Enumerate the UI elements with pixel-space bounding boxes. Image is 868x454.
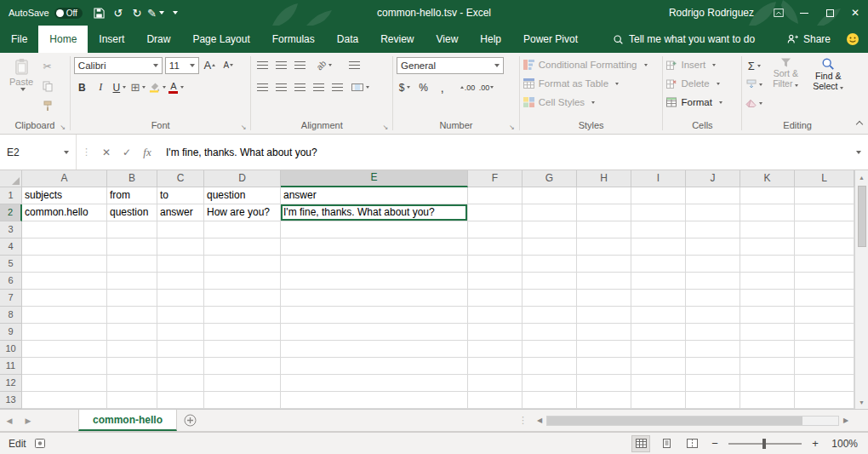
cell-H12[interactable] <box>577 375 631 392</box>
cell-A10[interactable] <box>22 341 107 358</box>
autosave-toggle[interactable]: AutoSave Off <box>0 8 91 19</box>
cell-K5[interactable] <box>740 256 795 273</box>
increase-indent-button[interactable] <box>329 79 345 96</box>
format-as-table-button[interactable]: Format as Table <box>523 74 660 93</box>
vscroll-thumb[interactable] <box>858 186 866 247</box>
find-select-button[interactable]: Find & Select <box>808 55 848 119</box>
cell-I1[interactable] <box>631 187 686 204</box>
cell-L8[interactable] <box>795 307 854 324</box>
cell-C13[interactable] <box>157 392 204 409</box>
column-header-G[interactable]: G <box>523 170 577 187</box>
cell-I4[interactable] <box>631 238 686 256</box>
normal-view-button[interactable] <box>631 435 650 452</box>
cell-K7[interactable] <box>740 290 795 307</box>
cell-I6[interactable] <box>631 273 686 290</box>
orientation-button[interactable]: ab <box>316 57 332 74</box>
cell-B1[interactable]: from <box>107 187 157 204</box>
cell-A9[interactable] <box>22 324 107 341</box>
cell-E6[interactable] <box>281 273 468 290</box>
cell-A3[interactable] <box>22 221 107 238</box>
align-right-button[interactable] <box>292 79 308 96</box>
cell-L5[interactable] <box>795 256 854 273</box>
insert-cells-button[interactable]: Insert <box>666 55 738 74</box>
cell-H10[interactable] <box>577 341 631 358</box>
cell-B4[interactable] <box>107 238 157 256</box>
cell-D6[interactable] <box>204 273 281 290</box>
cell-K8[interactable] <box>740 307 795 324</box>
cell-G4[interactable] <box>523 238 577 256</box>
cell-C12[interactable] <box>157 375 204 392</box>
column-header-K[interactable]: K <box>740 170 795 187</box>
merge-center-button[interactable] <box>351 79 369 96</box>
cell-B12[interactable] <box>107 375 157 392</box>
cell-D10[interactable] <box>204 341 281 358</box>
cell-J3[interactable] <box>686 221 740 238</box>
cell-D4[interactable] <box>204 238 281 256</box>
cell-G5[interactable] <box>523 256 577 273</box>
cell-G6[interactable] <box>523 273 577 290</box>
cell-G8[interactable] <box>523 307 577 324</box>
cell-H13[interactable] <box>577 392 631 409</box>
cell-F7[interactable] <box>468 290 523 307</box>
cell-K4[interactable] <box>740 238 795 256</box>
hscroll-track[interactable] <box>546 416 839 426</box>
cell-K3[interactable] <box>740 221 795 238</box>
cell-C5[interactable] <box>157 256 204 273</box>
cell-F10[interactable] <box>468 341 523 358</box>
cell-I2[interactable] <box>631 204 686 221</box>
font-size-select[interactable]: 11 <box>165 57 199 74</box>
cell-E10[interactable] <box>281 341 468 358</box>
ribbon-tab-draw[interactable]: Draw <box>135 26 181 53</box>
cell-C11[interactable] <box>157 358 204 375</box>
clipboard-dialog-launcher-icon[interactable]: ↘ <box>60 124 66 131</box>
scroll-up-icon[interactable]: ▲ <box>855 170 868 184</box>
cell-C3[interactable] <box>157 221 204 238</box>
cell-E9[interactable] <box>281 324 468 341</box>
cell-F1[interactable] <box>468 187 523 204</box>
add-sheet-button[interactable] <box>177 410 203 431</box>
borders-button[interactable]: ⊞ <box>130 79 146 96</box>
scroll-down-icon[interactable]: ▼ <box>855 395 868 409</box>
cell-K9[interactable] <box>740 324 795 341</box>
ribbon-tab-formulas[interactable]: Formulas <box>261 26 326 53</box>
cell-B9[interactable] <box>107 324 157 341</box>
cell-A11[interactable] <box>22 358 107 375</box>
page-break-view-button[interactable] <box>682 435 701 452</box>
cell-J11[interactable] <box>686 358 740 375</box>
cell-B13[interactable] <box>107 392 157 409</box>
conditional-formatting-button[interactable]: Conditional Formatting <box>523 55 660 74</box>
row-header-12[interactable]: 12 <box>0 375 22 392</box>
cell-B5[interactable] <box>107 256 157 273</box>
cell-A8[interactable] <box>22 307 107 324</box>
cell-E8[interactable] <box>281 307 468 324</box>
format-painter-button[interactable] <box>39 97 55 114</box>
cell-C7[interactable] <box>157 290 204 307</box>
bold-button[interactable]: B <box>74 79 90 96</box>
cell-G1[interactable] <box>523 187 577 204</box>
cell-B8[interactable] <box>107 307 157 324</box>
share-button[interactable]: Share <box>786 26 846 53</box>
cell-A5[interactable] <box>22 256 107 273</box>
cell-E11[interactable] <box>281 358 468 375</box>
cell-F9[interactable] <box>468 324 523 341</box>
vertical-scrollbar[interactable]: ▲ ▼ <box>854 170 868 409</box>
font-dialog-launcher-icon[interactable]: ↘ <box>241 124 247 131</box>
pen-mode-button[interactable]: ✎ <box>147 3 164 23</box>
cell-H3[interactable] <box>577 221 631 238</box>
fill-button[interactable] <box>745 76 762 93</box>
row-header-10[interactable]: 10 <box>0 341 22 358</box>
cell-G9[interactable] <box>523 324 577 341</box>
cell-D1[interactable]: question <box>204 187 281 204</box>
cell-B10[interactable] <box>107 341 157 358</box>
cell-I11[interactable] <box>631 358 686 375</box>
cell-B3[interactable] <box>107 221 157 238</box>
cell-E13[interactable] <box>281 392 468 409</box>
cell-A2[interactable]: common.hello <box>22 204 107 221</box>
cell-H4[interactable] <box>577 238 631 256</box>
cell-J5[interactable] <box>686 256 740 273</box>
row-header-3[interactable]: 3 <box>0 221 22 238</box>
cell-D8[interactable] <box>204 307 281 324</box>
cell-F5[interactable] <box>468 256 523 273</box>
cell-L7[interactable] <box>795 290 854 307</box>
row-header-11[interactable]: 11 <box>0 358 22 375</box>
